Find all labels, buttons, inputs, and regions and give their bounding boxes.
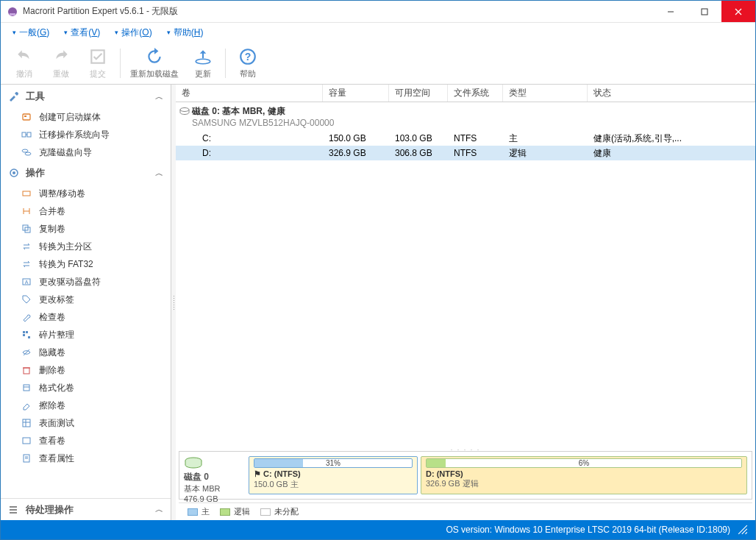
disk-icon <box>179 106 190 116</box>
sidebar-check[interactable]: 检查卷 <box>1 308 171 326</box>
tag-icon <box>21 294 35 305</box>
menu-help[interactable]: ▾帮助(H) <box>161 24 210 41</box>
svg-point-17 <box>13 171 15 174</box>
resize-grip[interactable] <box>738 525 748 535</box>
letter-icon: A <box>21 277 35 287</box>
statusbar: OS version: Windows 10 Enterprise LTSC 2… <box>1 520 755 539</box>
volume-table-header: 卷 容量 可用空间 文件系统 类型 状态 <box>176 85 755 102</box>
window-title: Macrorit Partition Expert v5.6.1 - 无限版 <box>23 5 654 18</box>
svg-rect-23 <box>23 331 25 333</box>
refresh-icon <box>193 47 213 66</box>
disk-map-info[interactable]: 磁盘 0 基本 MBR 476.9 GB <box>184 456 244 494</box>
disk-group-header[interactable]: 磁盘 0: 基本 MBR, 健康 SAMSUNG MZVLB512HAJQ-00… <box>176 102 755 131</box>
legend: 主 逻辑 未分配 <box>179 502 752 520</box>
svg-rect-18 <box>23 191 30 196</box>
chevron-up-icon: ︿ <box>155 91 163 102</box>
os-version-text: OS version: Windows 10 Enterprise LTSC 2… <box>446 525 730 535</box>
close-button[interactable] <box>721 1 755 22</box>
svg-text:?: ? <box>245 51 252 63</box>
sidebar-format[interactable]: 格式化卷 <box>1 379 171 397</box>
sidebar-resize-move[interactable]: 调整/移动卷 <box>1 185 171 202</box>
redo-button[interactable]: 重做 <box>43 44 79 82</box>
col-volume[interactable]: 卷 <box>176 85 323 102</box>
hide-icon <box>21 347 35 358</box>
svg-rect-25 <box>23 334 25 336</box>
sidebar-change-letter[interactable]: A更改驱动器盘符 <box>1 273 171 291</box>
col-status[interactable]: 状态 <box>588 85 755 102</box>
convert-icon <box>21 241 35 252</box>
svg-rect-3 <box>702 9 707 15</box>
refresh-button[interactable]: 更新 <box>185 44 221 82</box>
toolbar-separator <box>225 49 226 78</box>
toolbar-separator <box>120 49 121 78</box>
horizontal-splitter[interactable]: . . . . . <box>176 445 755 451</box>
svg-rect-24 <box>26 331 28 333</box>
sidebar-copy[interactable]: 复制卷 <box>1 220 171 238</box>
format-icon <box>21 383 35 393</box>
sidebar-surface-test[interactable]: 表面测试 <box>1 414 171 432</box>
col-type[interactable]: 类型 <box>503 85 588 102</box>
sidebar-create-bootable[interactable]: 创建可启动媒体 <box>1 108 171 126</box>
reload-icon <box>145 47 164 66</box>
svg-rect-13 <box>27 132 31 137</box>
col-free[interactable]: 可用空间 <box>389 85 448 102</box>
reload-disks-button[interactable]: 重新加载磁盘 <box>125 44 184 82</box>
defrag-icon <box>21 330 35 340</box>
sidebar-convert-primary[interactable]: 转换为主分区 <box>1 238 171 255</box>
svg-rect-30 <box>24 385 29 391</box>
menu-operation[interactable]: ▾操作(O) <box>109 24 157 41</box>
sidebar-change-label[interactable]: 更改标签 <box>1 291 171 308</box>
sidebar-migrate-os[interactable]: 迁移操作系统向导 <box>1 126 171 143</box>
sidebar-delete[interactable]: 删除卷 <box>1 361 171 379</box>
delete-icon <box>21 365 35 375</box>
sidebar-convert-fat32[interactable]: 转换为 FAT32 <box>1 255 171 273</box>
maximize-button[interactable] <box>688 1 721 22</box>
sidebar-tools-header[interactable]: 工具 ︿ <box>1 85 171 108</box>
col-capacity[interactable]: 容量 <box>323 85 389 102</box>
minimize-button[interactable] <box>654 1 688 22</box>
wrench-icon <box>21 312 35 322</box>
sidebar-clone-disk[interactable]: 克隆磁盘向导 <box>1 143 171 161</box>
wipe-icon <box>21 400 35 411</box>
volume-row-d[interactable]: D: 326.9 GB 306.8 GB NTFS 逻辑 健康 <box>176 146 755 160</box>
props-icon <box>21 453 35 463</box>
disk-map: 磁盘 0 基本 MBR 476.9 GB 31% ⚑ C: (NTFS) 150… <box>179 451 752 500</box>
partition-d[interactable]: 6% D: (NTFS) 326.9 GB 逻辑 <box>421 456 747 494</box>
svg-text:A: A <box>25 280 29 285</box>
sidebar-hide[interactable]: 隐藏卷 <box>1 344 171 361</box>
menu-view[interactable]: ▾查看(V) <box>58 24 106 41</box>
svg-point-42 <box>180 108 189 112</box>
commit-button[interactable]: 提交 <box>80 44 115 82</box>
chevron-up-icon: ︿ <box>155 168 163 179</box>
svg-rect-28 <box>24 368 29 374</box>
sidebar-wipe[interactable]: 擦除卷 <box>1 397 171 414</box>
legend-logical: 逻辑 <box>220 506 250 517</box>
convert-icon <box>21 259 35 269</box>
resize-icon <box>21 188 35 199</box>
volume-row-c[interactable]: C: 150.0 GB 103.0 GB NTFS 主 健康(活动,系统,引导,… <box>176 131 755 146</box>
sidebar-ops-header[interactable]: 操作 ︿ <box>1 161 171 185</box>
content-area: 卷 容量 可用空间 文件系统 类型 状态 磁盘 0: 基本 MBR, 健康 SA… <box>176 85 755 520</box>
hdd-icon <box>184 456 244 469</box>
toolbar: 撤消 重做 提交 重新加载磁盘 更新 ? 帮助 <box>1 42 755 85</box>
volume-table-body: 磁盘 0: 基本 MBR, 健康 SAMSUNG MZVLB512HAJQ-00… <box>176 102 755 445</box>
merge-icon <box>21 206 35 216</box>
view-icon <box>21 436 35 446</box>
gear-icon <box>8 167 21 179</box>
col-fs[interactable]: 文件系统 <box>448 85 503 102</box>
svg-rect-26 <box>28 336 30 338</box>
surface-icon <box>21 418 35 428</box>
sidebar-pending-header[interactable]: 待处理操作 ︿ <box>1 498 171 520</box>
sidebar-view-vol[interactable]: 查看卷 <box>1 432 171 450</box>
help-button[interactable]: ? 帮助 <box>230 44 265 82</box>
sidebar-merge[interactable]: 合并卷 <box>1 202 171 220</box>
tools-icon <box>8 90 21 102</box>
sidebar-defrag[interactable]: 碎片整理 <box>1 326 171 344</box>
menu-general[interactable]: ▾一般(G) <box>7 24 55 41</box>
sidebar-view-props[interactable]: 查看属性 <box>1 450 171 467</box>
list-icon <box>8 504 21 516</box>
undo-button[interactable]: 撤消 <box>7 44 42 82</box>
migrate-icon <box>21 129 35 140</box>
partition-c[interactable]: 31% ⚑ C: (NTFS) 150.0 GB 主 <box>249 456 418 494</box>
copy-icon <box>21 224 35 234</box>
